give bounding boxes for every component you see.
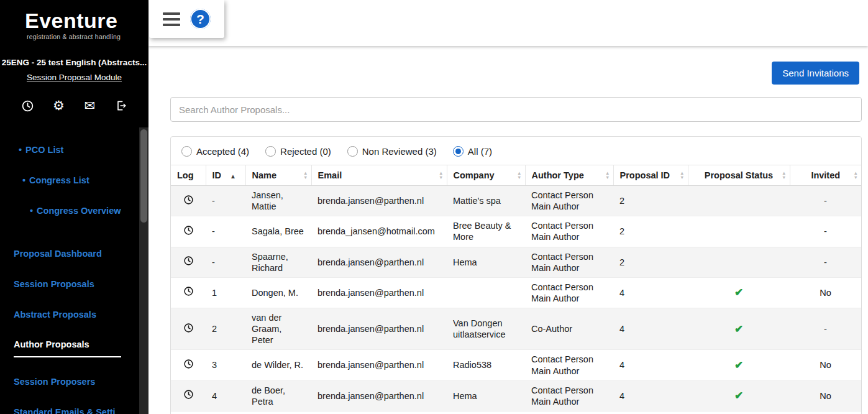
cell-proposal-id: 4 (613, 350, 688, 380)
sidebar-item-session-proposers[interactable]: Session Proposers (14, 376, 148, 388)
table-row: 1Dongen, M.brenda.jansen@parthen.nlConta… (171, 277, 861, 308)
cell-email: brenda.jansen@parthen.nl (311, 277, 447, 308)
filter-radio-non-reviewed-3[interactable]: Non Reviewed (3) (347, 146, 437, 157)
sidebar-item-label: Session Proposers (14, 377, 95, 387)
sidebar-item-congress-list[interactable]: •Congress List (22, 175, 148, 186)
gear-icon[interactable]: ⚙ (51, 98, 66, 113)
column-label: Proposal ID (620, 170, 670, 180)
column-label: Name (252, 170, 277, 180)
filter-radio-group: Accepted (4)Rejected (0)Non Reviewed (3)… (171, 137, 861, 165)
filter-label: Non Reviewed (3) (362, 146, 437, 157)
log-clock-icon[interactable] (183, 359, 194, 369)
table-row: 3de Wilder, R.brenda.jansen@parthen.nlRa… (171, 350, 861, 380)
cell-log (171, 277, 206, 308)
log-clock-icon[interactable] (183, 389, 194, 400)
sidebar-item-proposal-dashboard[interactable]: Proposal Dashboard (14, 248, 148, 260)
sidebar-scrollbar[interactable] (139, 127, 148, 414)
cell-invited: No (790, 350, 861, 380)
column-label: Invited (811, 170, 840, 180)
cell-id: - (206, 247, 245, 277)
congress-title: 25ENG - 25 test English (Abstracts... (0, 57, 148, 70)
sidebar-item-label: Abstract Proposals (14, 310, 96, 320)
column-header-invited[interactable]: Invited▲▼ (790, 165, 861, 186)
column-header-email[interactable]: Email▲▼ (311, 165, 447, 186)
table-row: -Jansen, Mattiebrenda.jansen@parthen.nlM… (171, 186, 861, 216)
sidebar-item-session-proposals[interactable]: Session Proposals (14, 278, 148, 290)
cell-email: brenda.jansen@parthen.nl (311, 350, 447, 380)
bullet-icon: • (22, 175, 25, 185)
clock-icon[interactable] (20, 98, 35, 113)
radio-icon (347, 146, 358, 157)
column-header-company[interactable]: Company▲▼ (447, 165, 525, 186)
cell-proposal-status: ✔ (688, 277, 790, 308)
cell-email: brenda.jansen@parthen.nl (311, 186, 447, 216)
help-icon[interactable]: ? (190, 9, 211, 29)
log-clock-icon[interactable] (183, 195, 194, 205)
sort-icons: ▲▼ (782, 171, 786, 180)
cell-email: brenda.jansen@parthen.nl (311, 380, 447, 411)
column-header-name[interactable]: Name▲▼ (245, 165, 311, 186)
filter-radio-rejected-0[interactable]: Rejected (0) (265, 146, 331, 157)
cell-log (171, 350, 206, 380)
mail-icon[interactable]: ✉ (83, 98, 98, 113)
cell-id: - (206, 216, 245, 247)
log-clock-icon[interactable] (183, 323, 194, 333)
session-proposal-module-link[interactable]: Session Proposal Module (27, 73, 122, 82)
sidebar-scrollbar-thumb[interactable] (140, 129, 147, 223)
accepted-check-icon: ✔ (734, 359, 743, 371)
column-header-proposal-id[interactable]: Proposal ID▲▼ (613, 165, 688, 186)
accepted-check-icon: ✔ (734, 287, 743, 298)
sidebar-item-label: Session Proposals (14, 279, 94, 289)
column-header-proposal-status[interactable]: Proposal Status▲▼ (688, 165, 790, 186)
cell-invited: - (790, 216, 861, 247)
table-row: -Spaarne, Richardbrenda.jansen@parthen.n… (171, 247, 861, 277)
cell-invited: - (790, 308, 861, 350)
column-label: Log (177, 170, 194, 180)
cell-name: Spaarne, Richard (245, 247, 311, 277)
column-header-author-type[interactable]: Author Type▲▼ (525, 165, 613, 186)
search-input[interactable] (170, 97, 862, 122)
sidebar-item-label: Congress List (29, 175, 89, 185)
cell-email: brenda.jansen@parthen.nl (311, 247, 447, 277)
menu-icon[interactable] (163, 12, 180, 26)
cell-proposal-status (688, 216, 790, 247)
sidebar-item-standard-emails-setti[interactable]: Standard Emails & Setti (14, 407, 148, 414)
app-root: Eventure registration & abstract handlin… (0, 0, 868, 414)
sidebar-item-label: Congress Overview (37, 206, 121, 216)
log-clock-icon[interactable] (183, 286, 194, 297)
author-proposals-panel: Accepted (4)Rejected (0)Non Reviewed (3)… (170, 136, 862, 414)
cell-proposal-status (688, 247, 790, 277)
cell-id: - (206, 186, 245, 216)
sidebar-item-pco-list[interactable]: •PCO List (19, 144, 148, 156)
filter-radio-all-7[interactable]: All (7) (453, 146, 492, 157)
log-clock-icon[interactable] (183, 225, 194, 236)
sidebar-item-author-proposals[interactable]: Author Proposals (14, 339, 148, 357)
sidebar-item-congress-overview[interactable]: •Congress Overview (30, 205, 148, 217)
filter-radio-accepted-4[interactable]: Accepted (4) (181, 146, 249, 157)
table-row: -Sagala, Breebrenda_jansen@hotmail.comBr… (171, 216, 861, 247)
cell-log (171, 216, 206, 247)
cell-proposal-id: 2 (613, 216, 688, 247)
cell-author-type: Contact Person Main Author (525, 277, 613, 308)
column-header-id[interactable]: ID▲ (206, 165, 245, 186)
cell-proposal-id: 2 (613, 186, 688, 216)
logout-icon[interactable] (114, 98, 129, 113)
send-invitations-button[interactable]: Send Invitations (772, 62, 859, 85)
cell-proposal-id: 4 (613, 308, 688, 350)
column-label: Company (454, 170, 495, 180)
log-clock-icon[interactable] (183, 255, 194, 266)
cell-log (171, 380, 206, 411)
filter-label: Rejected (0) (280, 146, 331, 157)
cell-author-type: Contact Person Main Author (525, 216, 613, 247)
cell-author-type: Contact Person Main Author (525, 186, 613, 216)
sidebar-icon-bar: ⚙ ✉ (0, 85, 148, 126)
column-label: Email (318, 170, 342, 180)
cell-proposal-status (688, 186, 790, 216)
sidebar-item-abstract-proposals[interactable]: Abstract Proposals (14, 309, 148, 321)
cell-proposal-status: ✔ (688, 308, 790, 350)
accepted-check-icon: ✔ (734, 390, 743, 402)
cell-author-type: Contact Person Main Author (525, 380, 613, 411)
toolbar-icon-box: ? (149, 0, 224, 38)
column-label: Proposal Status (705, 170, 773, 180)
author-proposals-table: LogID▲Name▲▼Email▲▼Company▲▼Author Type▲… (171, 165, 861, 412)
